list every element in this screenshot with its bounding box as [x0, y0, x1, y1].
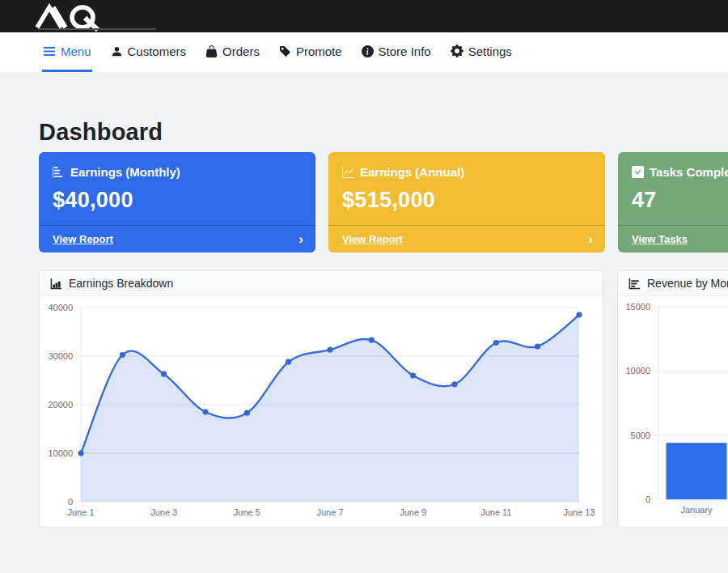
stat-card-earnings-monthly: Earnings (Monthly) $40,000 View Report ›: [39, 152, 315, 253]
nav-label: Settings: [468, 45, 512, 58]
svg-text:June 9: June 9: [400, 507, 426, 517]
stat-card-title: Earnings (Annual): [360, 165, 464, 179]
stat-card-tasks-completed: Tasks Completed 47 View Tasks ›: [618, 152, 728, 253]
check-square-icon: [632, 166, 644, 178]
nav-item-orders[interactable]: Orders: [205, 32, 260, 72]
logo-underline: [38, 28, 156, 30]
nav-item-customers[interactable]: Customers: [110, 32, 188, 72]
nav-label: Menu: [61, 45, 91, 58]
chart-title: Earnings Breakdown: [69, 277, 173, 290]
svg-text:June 1: June 1: [67, 507, 94, 517]
earnings-breakdown-card: Earnings Breakdown 010000200003000040000…: [39, 270, 603, 528]
stat-card-earnings-annual: Earnings (Annual) $515,000 View Report ›: [328, 152, 605, 253]
bar-chart-steps-icon: [53, 166, 65, 178]
stat-card-title: Tasks Completed: [650, 165, 728, 179]
nav-item-store-info[interactable]: Store Info: [361, 32, 432, 72]
info-circle-icon: [362, 45, 374, 57]
hamburger-icon: [43, 45, 56, 57]
gear-icon: [451, 45, 463, 57]
chevron-right-icon[interactable]: ›: [298, 232, 303, 246]
stat-card-title: Earnings (Monthly): [70, 165, 180, 179]
svg-text:June 7: June 7: [316, 507, 343, 517]
svg-text:10000: 10000: [48, 448, 73, 458]
tag-icon: [279, 45, 291, 57]
svg-text:January: January: [680, 505, 713, 515]
revenue-by-month-card: Revenue by Month 050001000015000January: [617, 270, 728, 528]
bar-chart-steps-icon: [629, 278, 641, 290]
nav-item-menu[interactable]: Menu: [42, 32, 92, 72]
stat-card-value: $40,000: [53, 188, 302, 213]
nav-item-settings[interactable]: Settings: [450, 32, 513, 72]
earnings-breakdown-chart: 010000200003000040000June 1June 3June 5J…: [40, 296, 603, 528]
nav-label: Orders: [222, 45, 260, 58]
svg-text:5000: 5000: [631, 431, 650, 440]
view-report-link[interactable]: View Report: [342, 233, 403, 245]
svg-text:June 3: June 3: [150, 507, 177, 517]
shopping-bag-icon: [205, 45, 218, 57]
nav-label: Store Info: [379, 45, 431, 58]
svg-text:0: 0: [68, 497, 73, 507]
svg-text:15000: 15000: [625, 302, 650, 312]
svg-text:0: 0: [645, 494, 650, 504]
charts-row: Earnings Breakdown 010000200003000040000…: [39, 270, 728, 528]
brand-logo: [32, 2, 113, 32]
stat-card-value: $515,000: [342, 188, 591, 213]
chart-title: Revenue by Month: [647, 277, 728, 290]
page-title: Dashboard: [39, 119, 728, 146]
nav-item-promote[interactable]: Promote: [278, 32, 343, 72]
svg-text:June 13: June 13: [563, 507, 595, 517]
nav-label: Promote: [296, 45, 342, 58]
view-tasks-link[interactable]: View Tasks: [632, 233, 688, 245]
revenue-by-month-chart: 050001000015000January: [618, 296, 728, 528]
stat-card-value: 47: [632, 188, 728, 213]
svg-text:June 5: June 5: [234, 507, 260, 517]
view-report-link[interactable]: View Report: [53, 233, 113, 245]
chevron-right-icon[interactable]: ›: [588, 232, 593, 246]
bar-chart-icon: [50, 278, 62, 290]
svg-text:40000: 40000: [48, 303, 73, 312]
graph-up-icon: [342, 166, 354, 178]
svg-text:June 11: June 11: [480, 507, 511, 517]
top-app-bar: [0, 0, 728, 32]
stat-cards-row: Earnings (Monthly) $40,000 View Report ›…: [39, 152, 728, 253]
svg-text:20000: 20000: [48, 400, 73, 410]
dashboard-content: Dashboard Earnings (Monthly) $40,000 Vie…: [0, 119, 728, 528]
svg-text:30000: 30000: [48, 351, 73, 361]
nav-label: Customers: [128, 45, 187, 58]
svg-text:10000: 10000: [625, 366, 650, 376]
main-navigation: Menu Customers Orders Promote Store Info…: [0, 32, 728, 72]
person-icon: [111, 45, 123, 57]
